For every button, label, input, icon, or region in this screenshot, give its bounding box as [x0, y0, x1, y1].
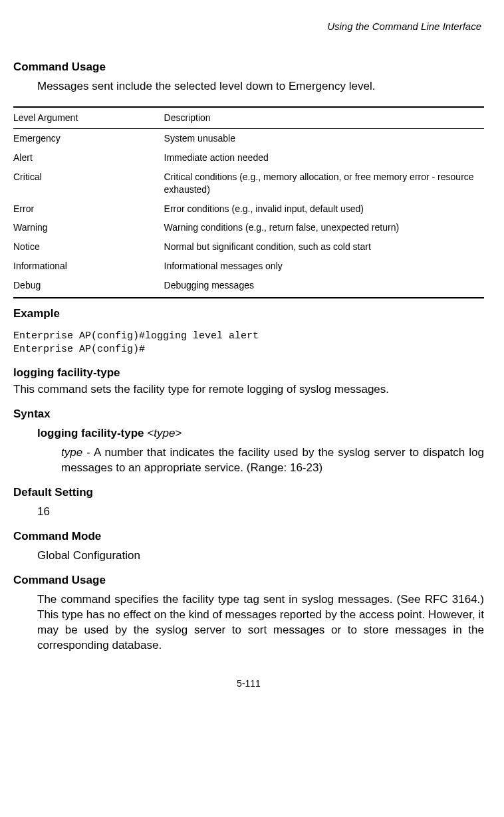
table-cell: Error conditions (e.g., invalid input, d…: [164, 199, 484, 219]
command-mode-title: Command Mode: [13, 529, 484, 544]
syntax-command: logging facility-type: [37, 427, 144, 439]
table-cell: Alert: [13, 148, 164, 168]
table-row: CriticalCritical conditions (e.g., memor…: [13, 168, 484, 199]
table-cell: Emergency: [13, 129, 164, 148]
section-command-usage-title: Command Usage: [13, 60, 484, 75]
table-cell: Informational messages only: [164, 257, 484, 276]
command-usage-title-2: Command Usage: [13, 573, 484, 588]
table-cell: Warning: [13, 218, 164, 237]
table-cell: Warning conditions (e.g., return false, …: [164, 218, 484, 237]
type-description: type - A number that indicates the facil…: [61, 445, 484, 476]
example-title: Example: [13, 306, 484, 322]
table-row: InformationalInformational messages only: [13, 257, 484, 276]
levels-table: Level Argument Description EmergencySyst…: [13, 106, 484, 298]
command-usage-body: The command specifies the facility type …: [37, 592, 484, 653]
table-cell: Error: [13, 199, 164, 219]
table-cell: Normal but significant condition, such a…: [164, 237, 484, 257]
syntax-argument: <type>: [147, 427, 182, 439]
table-row: WarningWarning conditions (e.g., return …: [13, 218, 484, 237]
table-row: AlertImmediate action needed: [13, 148, 484, 168]
table-cell: Critical conditions (e.g., memory alloca…: [164, 168, 484, 199]
table-cell: Informational: [13, 257, 164, 276]
table-row: EmergencySystem unusable: [13, 129, 484, 148]
command-mode-value: Global Configuration: [37, 548, 484, 564]
table-row: DebugDebugging messages: [13, 276, 484, 298]
section-command-usage-body: Messages sent include the selected level…: [37, 79, 484, 94]
running-header: Using the Command Line Interface: [13, 20, 481, 33]
default-setting-title: Default Setting: [13, 485, 484, 501]
table-cell: Critical: [13, 168, 164, 199]
cli-example: Enterprise AP(config)#logging level aler…: [13, 330, 484, 357]
table-cell: Debug: [13, 276, 164, 298]
syntax-line: logging facility-type <type>: [37, 426, 484, 441]
table-header-level: Level Argument: [13, 107, 164, 128]
syntax-title: Syntax: [13, 407, 484, 422]
table-cell: System unusable: [164, 129, 484, 148]
command-name: logging facility-type: [13, 366, 484, 381]
type-text: - A number that indicates the facility u…: [61, 446, 484, 474]
table-cell: Immediate action needed: [164, 148, 484, 168]
command-description: This command sets the facility type for …: [13, 382, 484, 398]
type-label: type: [61, 446, 82, 459]
table-cell: Notice: [13, 237, 164, 257]
table-cell: Debugging messages: [164, 276, 484, 298]
page-number: 5-111: [13, 677, 484, 690]
table-header-description: Description: [164, 107, 484, 128]
default-setting-value: 16: [37, 505, 484, 520]
table-row: ErrorError conditions (e.g., invalid inp…: [13, 199, 484, 219]
table-row: NoticeNormal but significant condition, …: [13, 237, 484, 257]
